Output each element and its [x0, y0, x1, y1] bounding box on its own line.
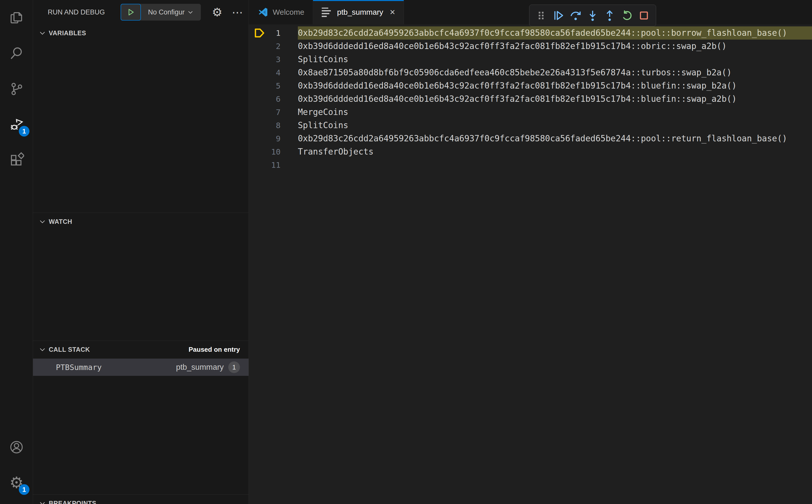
settings-badge: 1 [19, 484, 29, 495]
debug-settings-button[interactable]: ⚙ [208, 0, 226, 24]
account-icon [9, 440, 24, 455]
code-line-1[interactable]: 1 0xb29d83c26cdd2a64959263abbcfc4a6937f0… [249, 26, 812, 40]
gutter[interactable]: 4 [249, 66, 298, 79]
more-icon: ⋯ [232, 6, 243, 19]
stop-button[interactable] [636, 8, 652, 23]
debug-sidebar: RUN AND DEBUG No Configur ⚙ ⋯ [33, 0, 249, 504]
debug-config-dropdown[interactable]: No Configur [141, 4, 201, 21]
code-text: 0xb29d83c26cdd2a64959263abbcfc4a6937f0c9… [298, 132, 812, 145]
continue-button[interactable] [551, 8, 566, 23]
step-out-button[interactable] [602, 8, 618, 23]
code-text: TransferObjects [298, 145, 812, 158]
watch-section-header[interactable]: WATCH [33, 213, 248, 230]
gutter[interactable]: 5 [249, 79, 298, 92]
call-stack-frame-row[interactable]: PTBSummary ptb_summary 1 [33, 359, 248, 376]
code-text: MergeCoins [298, 106, 812, 119]
variables-section-label: VARIABLES [49, 29, 86, 37]
code-line-11[interactable]: 11 [249, 158, 812, 172]
call-stack-section-header[interactable]: CALL STACK Paused on entry [33, 341, 248, 358]
tab-ptb-summary-label: ptb_summary [337, 8, 383, 16]
variables-section-header[interactable]: VARIABLES [33, 24, 248, 42]
code-line-6[interactable]: 6 0xb39d6dddedd16ed8a40ce0b1e6b43c92acf0… [249, 92, 812, 106]
watch-section: WATCH [33, 213, 248, 341]
continue-icon [552, 9, 565, 22]
debug-badge: 1 [19, 126, 29, 137]
gutter[interactable]: 9 [249, 132, 298, 145]
stop-icon [638, 9, 650, 22]
activity-search-button[interactable] [0, 36, 33, 71]
gutter[interactable]: 6 [249, 92, 298, 106]
activity-extensions-button[interactable] [0, 142, 33, 178]
step-out-icon [603, 9, 616, 22]
line-number: 5 [253, 81, 280, 90]
gutter[interactable]: 3 [249, 53, 298, 66]
paused-status: Paused on entry [189, 346, 240, 354]
chevron-down-icon [39, 29, 46, 37]
code-line-3[interactable]: 3 SplitCoins [249, 53, 812, 66]
code-text: 0x8ae871505a80d8bf6bf9c05906cda6edfeea46… [298, 66, 812, 79]
gutter[interactable]: 2 [249, 40, 298, 53]
chevron-down-icon [39, 346, 46, 353]
chevron-down-icon [39, 218, 46, 225]
chevron-down-icon [187, 9, 194, 15]
call-stack-section: CALL STACK Paused on entry PTBSummary pt… [33, 341, 248, 494]
code-line-8[interactable]: 8 SplitCoins [249, 119, 812, 132]
line-number: 6 [253, 94, 280, 104]
gutter[interactable]: 7 [249, 106, 298, 119]
breakpoints-section-header[interactable]: BREAKPOINTS [33, 495, 248, 504]
activity-bar: 1 ⚙ 1 [0, 0, 33, 504]
extensions-icon [9, 152, 24, 167]
gutter[interactable]: 11 [249, 158, 298, 172]
close-icon[interactable]: × [390, 8, 395, 17]
line-number: 1 [253, 28, 280, 38]
code-line-9[interactable]: 9 0xb29d83c26cdd2a64959263abbcfc4a6937f0… [249, 132, 812, 145]
code-line-4[interactable]: 4 0x8ae871505a80d8bf6bf9c05906cda6edfeea… [249, 66, 812, 79]
step-into-icon [586, 9, 599, 22]
restart-icon [621, 9, 633, 22]
tab-ptb-summary[interactable]: ptb_summary × [313, 0, 404, 24]
code-text: SplitCoins [298, 53, 812, 66]
gear-icon: ⚙ [212, 6, 222, 18]
code-line-2[interactable]: 2 0xb39d6dddedd16ed8a40ce0b1e6b43c92acf0… [249, 40, 812, 53]
gutter[interactable]: 8 [249, 119, 298, 132]
frame-line-badge: 1 [228, 361, 240, 373]
source-control-icon [9, 81, 24, 96]
play-icon [126, 8, 135, 16]
code-text: 0xb39d6dddedd16ed8a40ce0b1e6b43c92acf0ff… [298, 79, 812, 92]
files-icon [9, 10, 24, 25]
gutter[interactable]: 1 [249, 26, 298, 40]
code-line-10[interactable]: 10 TransferObjects [249, 145, 812, 158]
activity-bar-bottom: ⚙ 1 [0, 429, 33, 504]
debug-config-label: No Configur [148, 8, 185, 16]
line-number: 10 [253, 147, 280, 156]
tab-welcome-label: Welcome [273, 8, 304, 16]
restart-button[interactable] [619, 8, 635, 23]
step-into-button[interactable] [585, 8, 601, 23]
code-viewport[interactable]: 1 0xb29d83c26cdd2a64959263abbcfc4a6937f0… [249, 24, 812, 504]
code-line-5[interactable]: 5 0xb39d6dddedd16ed8a40ce0b1e6b43c92acf0… [249, 79, 812, 92]
accounts-button[interactable] [0, 429, 33, 465]
gutter[interactable]: 10 [249, 145, 298, 158]
vscode-window: 1 ⚙ 1 RU [0, 0, 812, 504]
activity-explorer-button[interactable] [0, 0, 33, 36]
views-more-actions-button[interactable]: ⋯ [228, 0, 246, 24]
activity-run-debug-button[interactable]: 1 [0, 107, 33, 142]
start-debugging-button[interactable] [121, 4, 141, 21]
frame-source: ptb_summary [176, 363, 224, 372]
variables-section: VARIABLES [33, 24, 248, 213]
line-number: 4 [253, 68, 280, 77]
chevron-down-icon [39, 499, 46, 504]
vscode-logo-icon [257, 7, 269, 18]
toolbar-drag-handle[interactable] [534, 8, 549, 23]
tab-welcome[interactable]: Welcome [249, 0, 313, 24]
tab-bar: Welcome ptb_summary × [249, 0, 812, 24]
gripper-icon [535, 9, 548, 22]
activity-source-control-button[interactable] [0, 71, 33, 107]
settings-button[interactable]: ⚙ 1 [0, 465, 33, 500]
launch-control: No Configur [121, 4, 201, 21]
step-over-button[interactable] [568, 8, 584, 23]
code-line-7[interactable]: 7 MergeCoins [249, 106, 812, 119]
code-text: 0xb39d6dddedd16ed8a40ce0b1e6b43c92acf0ff… [298, 40, 812, 53]
line-number: 8 [253, 121, 280, 130]
breakpoints-section: BREAKPOINTS [33, 494, 248, 504]
